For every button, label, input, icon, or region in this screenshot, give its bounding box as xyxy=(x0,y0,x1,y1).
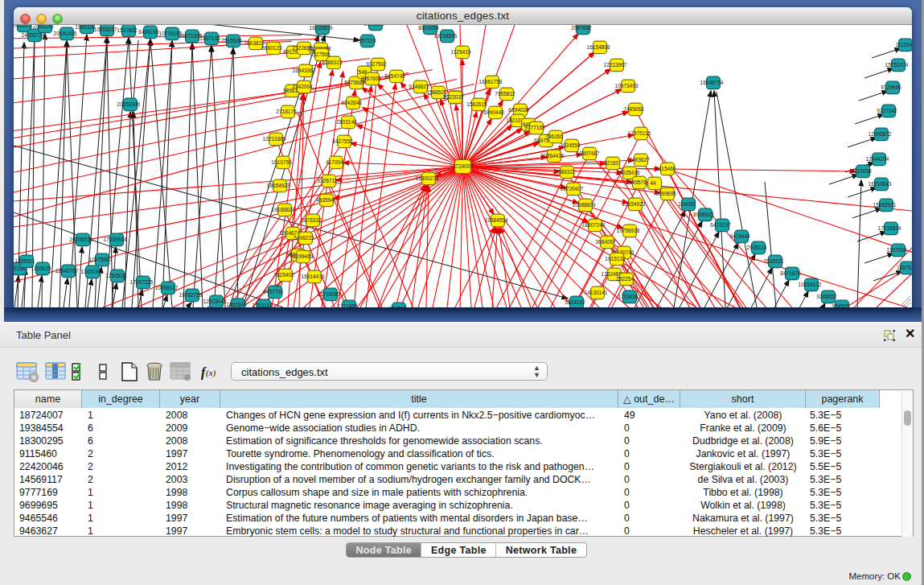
svg-text:9146821: 9146821 xyxy=(409,84,429,89)
svg-text:453594: 453594 xyxy=(316,197,334,203)
svg-text:8471676: 8471676 xyxy=(780,270,801,276)
svg-text:9327508: 9327508 xyxy=(310,51,331,57)
svg-text:19756928: 19756928 xyxy=(617,228,640,233)
svg-text:44: 44 xyxy=(650,180,656,186)
svg-text:3684067: 3684067 xyxy=(595,239,616,245)
svg-text:18724007: 18724007 xyxy=(450,163,473,169)
svg-text:10025438: 10025438 xyxy=(617,170,640,175)
svg-text:1667135: 1667135 xyxy=(199,35,220,41)
svg-text:10653267: 10653267 xyxy=(94,27,117,32)
svg-text:9699695: 9699695 xyxy=(655,191,676,196)
svg-text:16961758: 16961758 xyxy=(479,79,503,84)
svg-text:20691406: 20691406 xyxy=(54,31,77,36)
svg-text:16154808: 16154808 xyxy=(587,44,610,50)
svg-text:17975115: 17975115 xyxy=(628,130,651,136)
svg-text:6479197: 6479197 xyxy=(710,222,731,228)
svg-text:1733426: 1733426 xyxy=(618,294,639,299)
svg-text:9227342: 9227342 xyxy=(877,108,897,113)
svg-text:19218506: 19218506 xyxy=(434,33,458,39)
svg-text:1593114: 1593114 xyxy=(253,303,273,307)
svg-text:6990448: 6990448 xyxy=(483,109,504,115)
svg-text:7986322: 7986322 xyxy=(555,169,576,175)
svg-text:(x): (x) xyxy=(206,368,216,378)
svg-text:8215958: 8215958 xyxy=(851,168,872,174)
svg-text:1603380: 1603380 xyxy=(363,25,384,27)
svg-text:7632621: 7632621 xyxy=(763,258,784,264)
svg-text:18807249: 18807249 xyxy=(582,222,606,228)
svg-text:10654122: 10654122 xyxy=(799,282,822,287)
svg-text:10973493: 10973493 xyxy=(615,83,639,89)
svg-text:12213369: 12213369 xyxy=(263,136,286,142)
svg-text:10958117: 10958117 xyxy=(155,285,179,290)
svg-text:20206535: 20206535 xyxy=(70,237,93,242)
svg-text:164095: 164095 xyxy=(678,201,696,207)
svg-text:2967608: 2967608 xyxy=(360,76,381,81)
svg-text:1065326: 1065326 xyxy=(75,25,96,30)
svg-text:7515526: 7515526 xyxy=(221,38,242,43)
svg-text:17359924: 17359924 xyxy=(104,237,127,242)
svg-text:1527602: 1527602 xyxy=(117,27,138,33)
svg-text:7357224: 7357224 xyxy=(355,38,376,43)
svg-text:62160: 62160 xyxy=(604,160,618,166)
svg-text:9327502: 9327502 xyxy=(366,61,387,67)
svg-text:9115460: 9115460 xyxy=(656,166,676,171)
svg-text:9457791: 9457791 xyxy=(263,289,284,295)
svg-text:8660123: 8660123 xyxy=(261,45,282,51)
svg-text:1717485: 1717485 xyxy=(337,303,358,307)
svg-text:1610755: 1610755 xyxy=(271,159,292,165)
svg-text:1615132: 1615132 xyxy=(605,256,626,262)
svg-text:13654923: 13654923 xyxy=(622,201,646,207)
svg-text:16782759: 16782759 xyxy=(179,292,203,298)
svg-text:12444194: 12444194 xyxy=(866,156,889,162)
svg-text:10688609: 10688609 xyxy=(573,202,596,208)
svg-text:1125419: 1125419 xyxy=(451,49,471,55)
svg-text:7955812: 7955812 xyxy=(495,91,515,97)
svg-text:1156829: 1156829 xyxy=(31,266,51,271)
svg-text:9474444: 9474444 xyxy=(729,233,750,239)
svg-text:12093872: 12093872 xyxy=(869,131,892,137)
svg-text:16033809: 16033809 xyxy=(310,25,333,31)
svg-text:19166827: 19166827 xyxy=(272,207,295,212)
svg-text:17016504: 17016504 xyxy=(878,225,901,231)
svg-text:9242848: 9242848 xyxy=(341,100,362,105)
svg-text:1167534: 1167534 xyxy=(887,247,907,253)
svg-text:19654923: 19654923 xyxy=(267,183,290,188)
svg-text:20364436: 20364436 xyxy=(541,153,565,159)
svg-text:17957225: 17957225 xyxy=(130,279,154,285)
svg-text:746266: 746266 xyxy=(545,134,563,139)
svg-text:1292344: 1292344 xyxy=(226,302,247,307)
svg-text:14130141: 14130141 xyxy=(585,290,608,295)
svg-text:56099469: 56099469 xyxy=(290,253,314,259)
svg-text:6466160: 6466160 xyxy=(138,29,159,35)
svg-text:12942757: 12942757 xyxy=(55,268,79,274)
svg-text:16648754: 16648754 xyxy=(700,80,724,85)
svg-text:969311: 969311 xyxy=(388,306,406,307)
svg-text:15716485: 15716485 xyxy=(318,291,341,297)
svg-text:9326715: 9326715 xyxy=(317,178,338,183)
svg-text:2935114: 2935114 xyxy=(747,245,767,250)
svg-text:1562615: 1562615 xyxy=(466,101,487,107)
svg-text:16543362: 16543362 xyxy=(293,68,316,73)
svg-text:12923448: 12923448 xyxy=(203,299,227,304)
svg-text:2718176: 2718176 xyxy=(276,109,297,114)
svg-text:16495764: 16495764 xyxy=(626,179,650,185)
svg-text:5498222: 5498222 xyxy=(294,235,314,241)
svg-text:10807487: 10807487 xyxy=(577,150,600,156)
svg-text:15692921: 15692921 xyxy=(873,202,897,208)
svg-text:9245052: 9245052 xyxy=(816,294,837,299)
svg-text:1250515: 1250515 xyxy=(105,273,126,278)
svg-text:5524162: 5524162 xyxy=(565,299,585,305)
svg-text:7625402: 7625402 xyxy=(273,272,294,278)
svg-text:2405572: 2405572 xyxy=(14,25,33,28)
svg-text:16914479: 16914479 xyxy=(302,274,325,279)
svg-text:2803144: 2803144 xyxy=(336,119,357,125)
svg-text:15300273: 15300273 xyxy=(416,175,439,181)
svg-text:7485063: 7485063 xyxy=(623,106,644,112)
svg-text:111254: 111254 xyxy=(896,42,912,47)
svg-text:10975887: 10975887 xyxy=(89,257,113,262)
svg-text:1145194: 1145194 xyxy=(81,269,101,274)
svg-text:16210643: 16210643 xyxy=(869,181,892,187)
svg-text:6794028: 6794028 xyxy=(508,107,529,113)
svg-text:15751074: 15751074 xyxy=(885,62,909,68)
svg-text:8427552: 8427552 xyxy=(332,138,353,144)
